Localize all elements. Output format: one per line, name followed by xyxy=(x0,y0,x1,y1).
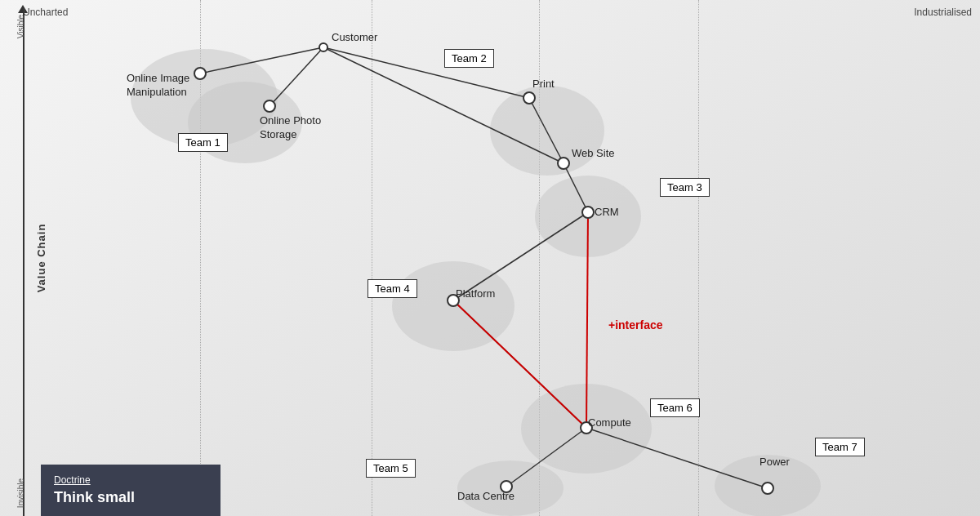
team-box-2[interactable]: Team 2 xyxy=(444,49,494,68)
label-platform: Platform xyxy=(456,287,495,300)
label-power: Power xyxy=(760,456,790,468)
svg-point-21 xyxy=(264,100,275,112)
svg-line-9 xyxy=(270,47,323,106)
svg-point-23 xyxy=(558,158,569,169)
doctrine-title: Doctrine xyxy=(54,474,207,486)
svg-point-5 xyxy=(521,384,652,474)
doctrine-text: Think small xyxy=(54,489,207,506)
y-axis-line xyxy=(23,8,24,516)
svg-line-12 xyxy=(564,163,588,212)
label-datacentre: Data Centre xyxy=(457,490,514,502)
label-online-image: Online ImageManipulation xyxy=(127,72,189,100)
v-line-2 xyxy=(372,0,372,516)
svg-point-22 xyxy=(523,92,535,104)
y-axis-label: Value Chain xyxy=(35,224,47,293)
y-invisible-label: Invisible xyxy=(16,478,25,508)
svg-line-10 xyxy=(323,47,529,98)
interface-label: +interface xyxy=(608,318,663,331)
label-crm: CRM xyxy=(595,206,619,218)
svg-line-14 xyxy=(453,300,586,428)
svg-point-29 xyxy=(319,43,327,51)
svg-line-18 xyxy=(586,212,588,428)
svg-line-19 xyxy=(453,300,586,428)
label-website: Web Site xyxy=(572,147,615,159)
svg-point-4 xyxy=(392,261,514,351)
label-customer: Customer xyxy=(332,31,377,43)
main-canvas: Uncharted Industrialised Visible Invisib… xyxy=(0,0,980,516)
svg-line-15 xyxy=(506,428,586,487)
doctrine-box: Doctrine Think small xyxy=(41,465,220,516)
svg-line-16 xyxy=(586,428,768,488)
svg-line-8 xyxy=(200,47,323,73)
svg-point-3 xyxy=(535,176,641,257)
svg-point-7 xyxy=(457,460,564,516)
top-left-label: Uncharted xyxy=(23,7,68,18)
team-box-3[interactable]: Team 3 xyxy=(660,178,710,197)
team-box-5[interactable]: Team 5 xyxy=(366,459,416,478)
team-box-6[interactable]: Team 6 xyxy=(650,398,700,417)
team-box-1[interactable]: Team 1 xyxy=(178,133,228,152)
svg-line-13 xyxy=(529,98,564,163)
svg-line-11 xyxy=(323,47,564,163)
svg-point-24 xyxy=(582,207,594,218)
svg-point-28 xyxy=(762,483,773,494)
v-line-4 xyxy=(698,0,699,516)
y-visible-label: Visible xyxy=(16,15,25,38)
label-compute: Compute xyxy=(588,416,631,429)
top-right-label: Industrialised xyxy=(914,7,972,18)
v-line-1 xyxy=(200,0,201,516)
team-box-4[interactable]: Team 4 xyxy=(368,279,417,298)
label-online-photo: Online PhotoStorage xyxy=(260,114,321,142)
team-box-7[interactable]: Team 7 xyxy=(815,438,865,456)
label-print: Print xyxy=(532,78,555,90)
svg-point-2 xyxy=(490,86,604,176)
